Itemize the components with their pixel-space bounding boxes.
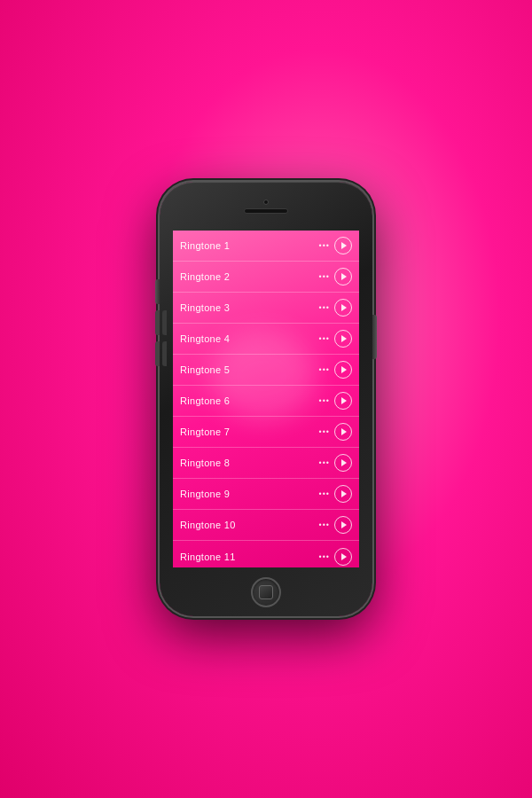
ringtone-name: Ringtone 6: [180, 395, 319, 406]
phone-top: [160, 182, 372, 231]
play-chevron-icon: [341, 521, 347, 528]
more-options-button[interactable]: •••: [319, 365, 330, 374]
ringtone-controls: •••: [319, 392, 352, 410]
ringtone-name: Ringtone 7: [180, 426, 319, 437]
play-button[interactable]: [334, 268, 352, 286]
play-button[interactable]: [334, 361, 352, 379]
play-chevron-icon: [341, 397, 347, 404]
list-item[interactable]: Ringtone 11•••: [173, 541, 359, 567]
ringtone-controls: •••: [319, 516, 352, 534]
list-item[interactable]: Ringtone 3•••: [173, 293, 359, 324]
play-button[interactable]: [334, 454, 352, 472]
list-item[interactable]: Ringtone 4•••: [173, 324, 359, 355]
ringtone-name: Ringtone 9: [180, 489, 319, 499]
home-button[interactable]: [251, 577, 281, 607]
more-options-button[interactable]: •••: [319, 489, 330, 498]
play-chevron-icon: [341, 366, 347, 373]
play-chevron-icon: [341, 242, 347, 249]
phone-bottom: [160, 567, 372, 616]
play-button[interactable]: [334, 392, 352, 410]
more-options-button[interactable]: •••: [319, 427, 330, 436]
ringtone-controls: •••: [319, 330, 352, 348]
more-options-button[interactable]: •••: [319, 334, 330, 343]
play-chevron-icon: [341, 335, 347, 342]
play-button[interactable]: [334, 516, 352, 534]
ringtone-list: Ringtone 1•••Ringtone 2•••Ringtone 3•••R…: [173, 231, 359, 567]
ringtone-name: Ringtone 1: [180, 240, 319, 251]
screen: Ringtone 1•••Ringtone 2•••Ringtone 3•••R…: [173, 231, 359, 567]
more-options-button[interactable]: •••: [319, 396, 330, 405]
list-item[interactable]: Ringtone 8•••: [173, 448, 359, 479]
ringtone-controls: •••: [319, 237, 352, 254]
play-chevron-icon: [341, 490, 347, 497]
ringtone-name: Ringtone 3: [180, 302, 319, 313]
ringtone-controls: •••: [319, 454, 352, 472]
ringtone-name: Ringtone 10: [180, 520, 319, 530]
play-chevron-icon: [341, 428, 347, 435]
ringtone-controls: •••: [319, 423, 352, 441]
play-button[interactable]: [334, 423, 352, 441]
screen-inner: Ringtone 1•••Ringtone 2•••Ringtone 3•••R…: [173, 231, 359, 567]
play-button[interactable]: [334, 299, 352, 317]
more-options-button[interactable]: •••: [319, 303, 330, 312]
play-chevron-icon: [341, 304, 347, 311]
ringtone-name: Ringtone 5: [180, 364, 319, 375]
ringtone-controls: •••: [319, 361, 352, 379]
more-options-button[interactable]: •••: [319, 458, 330, 467]
play-button[interactable]: [334, 485, 352, 503]
speaker-slot: [244, 208, 288, 214]
more-options-button[interactable]: •••: [319, 552, 330, 561]
list-item[interactable]: Ringtone 1•••: [173, 231, 359, 262]
ringtone-name: Ringtone 8: [180, 458, 319, 468]
list-item[interactable]: Ringtone 7•••: [173, 417, 359, 448]
list-item[interactable]: Ringtone 6•••: [173, 386, 359, 417]
ringtone-name: Ringtone 11: [180, 552, 319, 562]
list-item[interactable]: Ringtone 2•••: [173, 262, 359, 293]
more-options-button[interactable]: •••: [319, 272, 330, 281]
more-options-button[interactable]: •••: [319, 520, 330, 529]
ringtone-controls: •••: [319, 485, 352, 503]
play-button[interactable]: [334, 237, 352, 254]
ringtone-name: Ringtone 4: [180, 333, 319, 344]
home-button-inner: [259, 585, 273, 599]
ringtone-controls: •••: [319, 548, 352, 566]
play-button[interactable]: [334, 330, 352, 348]
list-item[interactable]: Ringtone 5•••: [173, 355, 359, 386]
phone-frame: Ringtone 1•••Ringtone 2•••Ringtone 3•••R…: [160, 182, 372, 616]
play-chevron-icon: [341, 553, 347, 560]
ringtone-controls: •••: [319, 268, 352, 286]
ringtone-controls: •••: [319, 299, 352, 317]
list-item[interactable]: Ringtone 9•••: [173, 479, 359, 510]
list-item[interactable]: Ringtone 10•••: [173, 510, 359, 541]
more-options-button[interactable]: •••: [319, 241, 330, 250]
play-chevron-icon: [341, 273, 347, 280]
camera-dot: [263, 200, 269, 205]
play-button[interactable]: [334, 548, 352, 566]
ringtone-name: Ringtone 2: [180, 271, 319, 282]
play-chevron-icon: [341, 459, 347, 466]
